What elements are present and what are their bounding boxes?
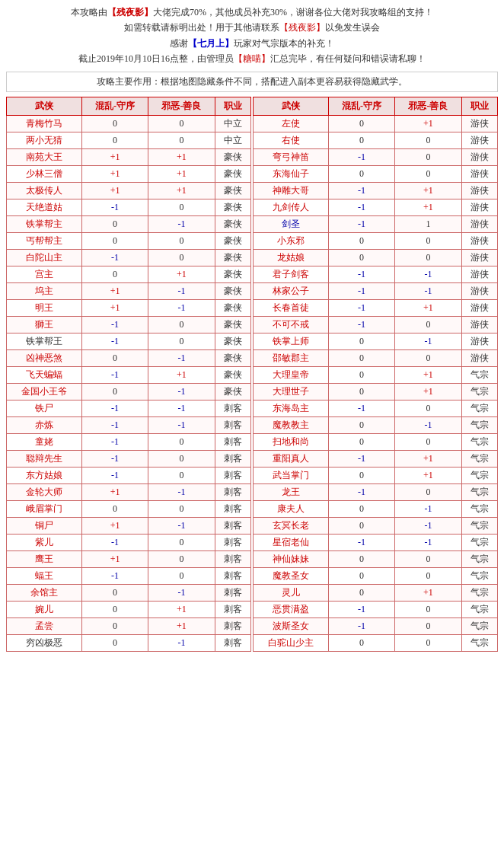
character-name: 东海岛主 xyxy=(254,400,329,416)
character-name: 紫儿 xyxy=(7,534,82,550)
xiee-value: +1 xyxy=(148,182,215,199)
xiee-value: -1 xyxy=(148,483,215,500)
table-row: 两小无猜00中立 xyxy=(7,132,251,148)
xiee-value: 0 xyxy=(395,400,461,416)
character-name: 南苑大王 xyxy=(7,148,82,165)
hunluan-value: -1 xyxy=(328,450,394,467)
header-line4: 截止2019年10月10日16点整，由管理员【糖喵】汇总完毕，有任何疑问和错误请… xyxy=(6,51,498,66)
job-value: 刺客 xyxy=(215,567,250,584)
table-row: 青梅竹马00中立 xyxy=(7,115,251,132)
hunluan-value: 0 xyxy=(328,249,394,266)
hunluan-value: -1 xyxy=(81,249,148,266)
table-row: 天绝道姑-10豪侠 xyxy=(7,199,251,215)
character-name: 穷凶极恶 xyxy=(7,634,82,651)
hunluan-value: -1 xyxy=(81,199,148,215)
hunluan-value: 0 xyxy=(328,416,394,433)
table-row: 剑圣-11游侠 xyxy=(254,215,498,232)
job-value: 豪侠 xyxy=(215,349,250,366)
hunluan-value: 0 xyxy=(81,349,148,366)
hunluan-value: 0 xyxy=(81,617,148,634)
job-value: 游侠 xyxy=(461,282,497,299)
character-name: 聪辩先生 xyxy=(7,450,82,467)
character-name: 剑圣 xyxy=(254,215,329,232)
table-row: 波斯圣女-10气宗 xyxy=(254,617,498,634)
table-row: 鹰王+10刺客 xyxy=(7,550,251,567)
character-name: 玄冥长老 xyxy=(254,517,329,534)
description-text: 攻略主要作用：根据地图隐藏条件不同，搭配进入副本更容易获得隐藏武学。 xyxy=(6,72,498,92)
right-table: 武侠 混乱-守序 邪恶-善良 职业 左使0+1游侠右使00游侠弯弓神笛-10游侠… xyxy=(253,97,498,652)
character-name: 铁掌上师 xyxy=(254,333,329,349)
table-row: 赤炼-1-1刺客 xyxy=(7,416,251,433)
job-value: 游侠 xyxy=(461,249,497,266)
job-value: 游侠 xyxy=(461,266,497,282)
hunluan-value: -1 xyxy=(328,316,394,333)
job-value: 豪侠 xyxy=(215,199,250,215)
xiee-value: -1 xyxy=(395,333,461,349)
hunluan-value: 0 xyxy=(81,634,148,651)
table-row: 东方姑娘-10刺客 xyxy=(7,467,251,483)
xiee-value: +1 xyxy=(148,366,215,383)
character-name: 明王 xyxy=(7,299,82,316)
table-row: 金轮大师+1-1刺客 xyxy=(7,483,251,500)
xiee-value: -1 xyxy=(148,416,215,433)
hunluan-value: -1 xyxy=(328,282,394,299)
table-row: 獅王-10豪侠 xyxy=(7,316,251,333)
job-value: 中立 xyxy=(215,115,250,132)
character-name: 丐帮帮主 xyxy=(7,232,82,249)
job-value: 豪侠 xyxy=(215,215,250,232)
job-value: 刺客 xyxy=(215,517,250,534)
hunluan-value: 0 xyxy=(328,383,394,400)
hunluan-value: +1 xyxy=(81,182,148,199)
hunluan-value: -1 xyxy=(328,266,394,282)
table-row: 紫儿-10刺客 xyxy=(7,534,251,550)
character-name: 少林三僧 xyxy=(7,165,82,182)
character-name: 君子剑客 xyxy=(254,266,329,282)
left-header-wuxia: 武侠 xyxy=(7,97,82,115)
left-header-xiee: 邪恶-善良 xyxy=(148,97,215,115)
table-row: 铜尸+1-1刺客 xyxy=(7,517,251,534)
job-value: 刺客 xyxy=(215,433,250,450)
job-value: 豪侠 xyxy=(215,333,250,349)
hunluan-value: 0 xyxy=(81,383,148,400)
xiee-value: -1 xyxy=(148,282,215,299)
hunluan-value: -1 xyxy=(81,433,148,450)
hunluan-value: 0 xyxy=(81,266,148,282)
character-name: 獅王 xyxy=(7,316,82,333)
job-value: 豪侠 xyxy=(215,232,250,249)
xiee-value: +1 xyxy=(148,266,215,282)
table-row: 婉儿0+1刺客 xyxy=(7,601,251,617)
job-value: 刺客 xyxy=(215,400,250,416)
table-row: 右使00游侠 xyxy=(254,132,498,148)
xiee-value: -1 xyxy=(395,534,461,550)
character-name: 魔教圣女 xyxy=(254,567,329,584)
table-row: 神雕大哥-1+1游侠 xyxy=(254,182,498,199)
job-value: 刺客 xyxy=(215,416,250,433)
table-row: 穷凶极恶0-1刺客 xyxy=(7,634,251,651)
job-value: 刺客 xyxy=(215,500,250,517)
table-row: 丐帮帮主00豪侠 xyxy=(7,232,251,249)
character-name: 神仙妹妹 xyxy=(254,550,329,567)
xiee-value: 0 xyxy=(395,601,461,617)
hunluan-value: 0 xyxy=(328,333,394,349)
table-row: 星宿老仙-1-1气宗 xyxy=(254,534,498,550)
xiee-value: +1 xyxy=(148,148,215,165)
table-row: 白陀山主-10豪侠 xyxy=(7,249,251,266)
character-name: 不可不戒 xyxy=(254,316,329,333)
table-row: 龙王-10气宗 xyxy=(254,483,498,500)
xiee-value: +1 xyxy=(395,450,461,467)
xiee-value: 0 xyxy=(148,550,215,567)
table-row: 铁尸-1-1刺客 xyxy=(7,400,251,416)
job-value: 气宗 xyxy=(461,450,497,467)
job-value: 豪侠 xyxy=(215,316,250,333)
character-name: 白驼山少主 xyxy=(254,634,329,651)
table-row: 宫主0+1豪侠 xyxy=(7,266,251,282)
left-header-zhiye: 职业 xyxy=(215,97,250,115)
xiee-value: -1 xyxy=(148,349,215,366)
table-row: 小东邪00游侠 xyxy=(254,232,498,249)
hunluan-value: 0 xyxy=(328,115,394,132)
job-value: 中立 xyxy=(215,132,250,148)
hunluan-value: 0 xyxy=(328,500,394,517)
xiee-value: 0 xyxy=(148,333,215,349)
xiee-value: 0 xyxy=(148,467,215,483)
xiee-value: +1 xyxy=(395,467,461,483)
